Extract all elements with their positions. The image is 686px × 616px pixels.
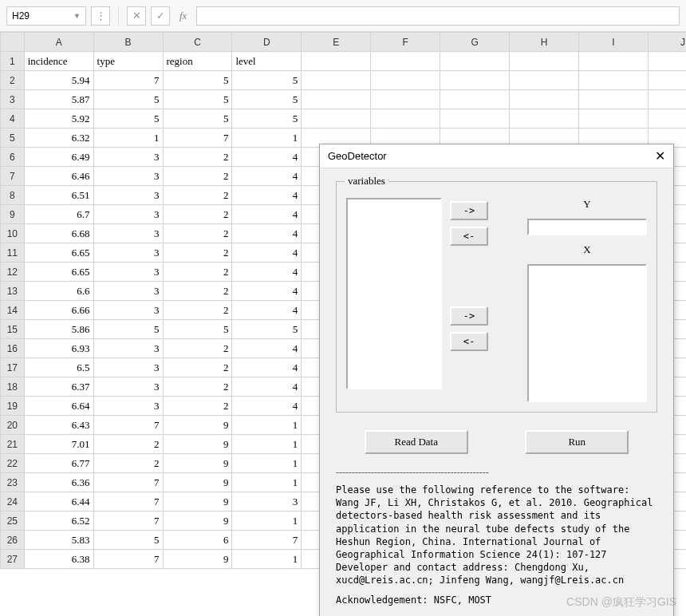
cell[interactable] — [648, 52, 686, 71]
cell[interactable] — [302, 71, 371, 90]
cell[interactable]: 4 — [232, 377, 302, 397]
cell[interactable]: 6 — [163, 531, 232, 550]
cell[interactable]: 9 — [163, 473, 232, 492]
cell[interactable] — [579, 90, 649, 109]
cell[interactable]: 3 — [93, 282, 163, 301]
cell[interactable]: 5 — [163, 71, 232, 90]
cell[interactable]: 2 — [163, 243, 232, 263]
worksheet[interactable]: ABCDEFGHIJ 1incidencetyperegionlevel25.9… — [0, 32, 686, 616]
cell[interactable]: 2 — [93, 454, 163, 473]
cell[interactable]: 7.01 — [24, 435, 93, 454]
cell[interactable]: 2 — [163, 224, 232, 243]
cell[interactable]: 4 — [232, 186, 302, 205]
cell[interactable] — [648, 71, 686, 90]
cell[interactable]: 4 — [232, 224, 302, 243]
cell[interactable]: 1 — [93, 128, 163, 148]
dialog-titlebar[interactable]: GeoDetector ✕ — [320, 144, 673, 168]
cell[interactable]: 5 — [232, 320, 302, 339]
row-header[interactable]: 1 — [1, 52, 25, 71]
column-header[interactable]: G — [440, 33, 510, 52]
row-header[interactable]: 9 — [1, 205, 25, 224]
cell[interactable] — [371, 71, 440, 90]
cell[interactable]: 5 — [93, 109, 163, 128]
row-header[interactable]: 13 — [1, 282, 25, 301]
column-header[interactable]: C — [163, 33, 232, 52]
cell[interactable] — [510, 109, 579, 128]
close-icon[interactable]: ✕ — [655, 148, 665, 164]
cell[interactable]: 5 — [93, 531, 163, 550]
row-header[interactable]: 7 — [1, 167, 25, 186]
cell[interactable]: 7 — [93, 473, 163, 492]
cell[interactable] — [371, 52, 440, 71]
remove-from-x-button[interactable]: <- — [450, 332, 488, 351]
cell[interactable]: 9 — [163, 454, 232, 473]
row-header[interactable]: 17 — [1, 358, 25, 377]
row-header[interactable]: 19 — [1, 397, 25, 416]
fx-icon[interactable]: fx — [179, 10, 187, 22]
row-header[interactable]: 20 — [1, 416, 25, 435]
cell[interactable]: 2 — [163, 186, 232, 205]
cell[interactable] — [440, 71, 510, 90]
cell[interactable]: 7 — [232, 531, 302, 550]
cell[interactable]: 6.46 — [24, 167, 93, 186]
cell[interactable]: 6.66 — [24, 301, 93, 320]
cell[interactable] — [371, 109, 440, 128]
row-header[interactable]: 26 — [1, 531, 25, 550]
row-header[interactable]: 2 — [1, 71, 25, 90]
cell[interactable] — [302, 90, 371, 109]
cell[interactable]: 5 — [93, 320, 163, 339]
column-header[interactable]: B — [93, 33, 163, 52]
cell[interactable]: 7 — [93, 71, 163, 90]
y-listbox[interactable] — [527, 219, 647, 235]
cell[interactable]: 6.49 — [24, 148, 93, 167]
row-header[interactable]: 21 — [1, 435, 25, 454]
cell[interactable]: 4 — [232, 263, 302, 282]
cell[interactable] — [579, 71, 649, 90]
row-header[interactable]: 10 — [1, 224, 25, 243]
cell[interactable]: 7 — [93, 492, 163, 511]
cell[interactable]: 4 — [232, 148, 302, 167]
cell[interactable]: 6.51 — [24, 186, 93, 205]
cell[interactable]: 2 — [163, 377, 232, 397]
cell[interactable]: 6.65 — [24, 263, 93, 282]
cell[interactable]: 3 — [93, 301, 163, 320]
variables-listbox[interactable] — [346, 198, 442, 389]
cell[interactable] — [440, 109, 510, 128]
cell[interactable]: 4 — [232, 301, 302, 320]
cell[interactable]: 2 — [163, 301, 232, 320]
cell[interactable]: 3 — [232, 492, 302, 511]
cell[interactable]: 4 — [232, 205, 302, 224]
cell[interactable]: 7 — [93, 511, 163, 531]
cell[interactable]: 3 — [93, 167, 163, 186]
cell[interactable] — [648, 90, 686, 109]
cell[interactable]: 6.77 — [24, 454, 93, 473]
cell[interactable]: 6.93 — [24, 339, 93, 358]
cell[interactable] — [648, 109, 686, 128]
cell[interactable]: 5 — [163, 320, 232, 339]
formula-bar[interactable] — [196, 6, 680, 26]
row-header[interactable]: 23 — [1, 473, 25, 492]
row-header[interactable]: 24 — [1, 492, 25, 511]
cell[interactable]: incidence — [24, 52, 93, 71]
cell[interactable]: region — [163, 52, 232, 71]
cell[interactable]: 2 — [93, 435, 163, 454]
cell[interactable]: 2 — [163, 205, 232, 224]
cell[interactable] — [440, 90, 510, 109]
cell[interactable]: 6.44 — [24, 492, 93, 511]
cell[interactable]: 4 — [232, 282, 302, 301]
cell[interactable]: 1 — [232, 550, 302, 569]
cell[interactable]: 3 — [93, 263, 163, 282]
row-header[interactable]: 16 — [1, 339, 25, 358]
remove-from-y-button[interactable]: <- — [450, 227, 488, 246]
cell[interactable]: 6.65 — [24, 243, 93, 263]
row-header[interactable]: 15 — [1, 320, 25, 339]
read-data-button[interactable]: Read Data — [365, 430, 468, 454]
cell[interactable]: 7 — [93, 416, 163, 435]
cell[interactable]: 5 — [163, 90, 232, 109]
cell[interactable]: level — [232, 52, 302, 71]
cell[interactable]: 1 — [232, 473, 302, 492]
cell[interactable]: 3 — [93, 205, 163, 224]
column-header[interactable]: I — [579, 33, 649, 52]
row-header[interactable]: 4 — [1, 109, 25, 128]
cell[interactable]: 5 — [93, 90, 163, 109]
